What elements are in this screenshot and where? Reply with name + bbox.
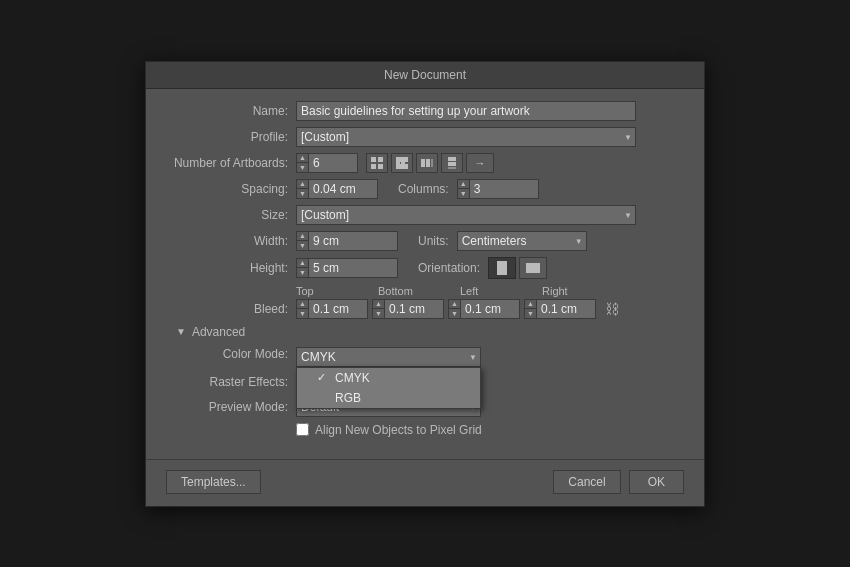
spacing-down-arrow[interactable]: ▼ (297, 189, 308, 198)
svg-rect-0 (371, 157, 376, 162)
height-input[interactable] (308, 258, 398, 278)
height-spinner: ▲ ▼ (296, 258, 398, 278)
rgb-check-icon (317, 392, 329, 404)
spacing-spinner: ▲ ▼ (296, 179, 378, 199)
rgb-label: RGB (335, 391, 361, 405)
size-select[interactable]: [Custom] (296, 205, 636, 225)
landscape-orientation-btn[interactable] (519, 257, 547, 279)
bleed-row: Bleed: ▲ ▼ ▲ ▼ (166, 299, 684, 319)
dialog-body: Name: Profile: [Custom] Number of Artboa… (146, 89, 704, 459)
name-label: Name: (166, 104, 296, 118)
artboards-spinner-arrows[interactable]: ▲ ▼ (296, 153, 308, 173)
colormode-label: Color Mode: (166, 347, 296, 361)
bleed-top-label: Top (296, 285, 378, 297)
pixel-grid-row: Align New Objects to Pixel Grid (296, 423, 684, 437)
svg-rect-11 (421, 159, 425, 167)
footer-right: Cancel OK (553, 470, 684, 494)
columns-up-arrow[interactable]: ▲ (458, 180, 469, 190)
bleed-chain-link-icon[interactable]: ⛓ (604, 299, 620, 319)
bleed-bottom-spinner[interactable]: ▲ ▼ (372, 299, 384, 319)
grid-by-col-icon[interactable] (391, 153, 413, 173)
cmyk-label: CMYK (335, 371, 370, 385)
cancel-button[interactable]: Cancel (553, 470, 620, 494)
svg-rect-14 (448, 157, 456, 161)
colormode-select[interactable]: CMYK (296, 347, 481, 367)
svg-rect-16 (448, 167, 456, 169)
bleed-left-down[interactable]: ▼ (449, 309, 460, 318)
bleed-top-input[interactable] (308, 299, 368, 319)
svg-rect-10 (403, 164, 408, 169)
svg-rect-1 (378, 157, 383, 162)
artboards-input[interactable] (308, 153, 358, 173)
artboards-label: Number of Artboards: (166, 156, 296, 170)
name-input[interactable] (296, 101, 636, 121)
colormode-option-cmyk[interactable]: ✓ CMYK (297, 368, 480, 388)
profile-select[interactable]: [Custom] (296, 127, 636, 147)
columns-label: Columns: (398, 182, 449, 196)
bleed-label: Bleed: (166, 302, 296, 316)
width-up-arrow[interactable]: ▲ (297, 232, 308, 242)
bleed-right-up[interactable]: ▲ (525, 300, 536, 310)
bleed-top-group: ▲ ▼ (296, 299, 368, 319)
pixel-grid-label: Align New Objects to Pixel Grid (315, 423, 482, 437)
ok-button[interactable]: OK (629, 470, 684, 494)
move-right-icon[interactable]: → (466, 153, 494, 173)
svg-rect-2 (371, 164, 376, 169)
width-spinner-arrows[interactable]: ▲ ▼ (296, 231, 308, 251)
arrange-left-right-icon[interactable] (416, 153, 438, 173)
artboards-up-arrow[interactable]: ▲ (297, 154, 308, 164)
advanced-toggle[interactable]: ▼ Advanced (166, 325, 684, 339)
width-input[interactable] (308, 231, 398, 251)
svg-rect-15 (448, 162, 456, 166)
columns-input[interactable] (469, 179, 539, 199)
templates-button[interactable]: Templates... (166, 470, 261, 494)
advanced-section: ▼ Advanced Color Mode: CMYK ✓ CMYK (166, 325, 684, 437)
grid-layout-icon[interactable] (366, 153, 388, 173)
height-spinner-arrows[interactable]: ▲ ▼ (296, 258, 308, 278)
height-down-arrow[interactable]: ▼ (297, 268, 308, 277)
spacing-up-arrow[interactable]: ▲ (297, 180, 308, 190)
bleed-bottom-down[interactable]: ▼ (373, 309, 384, 318)
colormode-option-rgb[interactable]: RGB (297, 388, 480, 408)
bleed-right-spinner[interactable]: ▲ ▼ (524, 299, 536, 319)
spacing-input[interactable] (308, 179, 378, 199)
width-row: Width: ▲ ▼ Units: Centimeters (166, 231, 684, 251)
spacing-label: Spacing: (166, 182, 296, 196)
bleed-right-input[interactable] (536, 299, 596, 319)
advanced-triangle-icon: ▼ (176, 326, 186, 337)
columns-spinner: ▲ ▼ (457, 179, 539, 199)
previewmode-label: Preview Mode: (166, 400, 296, 414)
svg-rect-9 (396, 164, 401, 169)
columns-spinner-arrows[interactable]: ▲ ▼ (457, 179, 469, 199)
width-label: Width: (166, 234, 296, 248)
bleed-top-spinner[interactable]: ▲ ▼ (296, 299, 308, 319)
bleed-fields: ▲ ▼ ▲ ▼ ▲ ▼ (296, 299, 620, 319)
profile-select-wrap: [Custom] (296, 127, 636, 147)
dialog-footer: Templates... Cancel OK (146, 459, 704, 506)
spacing-spinner-arrows[interactable]: ▲ ▼ (296, 179, 308, 199)
svg-rect-18 (526, 263, 540, 273)
portrait-orientation-btn[interactable] (488, 257, 516, 279)
artboards-row: Number of Artboards: ▲ ▼ (166, 153, 684, 173)
width-spinner: ▲ ▼ (296, 231, 398, 251)
bleed-bottom-up[interactable]: ▲ (373, 300, 384, 310)
bleed-left-input[interactable] (460, 299, 520, 319)
bleed-left-up[interactable]: ▲ (449, 300, 460, 310)
bleed-left-spinner[interactable]: ▲ ▼ (448, 299, 460, 319)
svg-rect-13 (431, 159, 433, 167)
units-select[interactable]: Centimeters (457, 231, 587, 251)
bleed-right-down[interactable]: ▼ (525, 309, 536, 318)
artboards-down-arrow[interactable]: ▼ (297, 163, 308, 172)
pixel-grid-checkbox[interactable] (296, 423, 309, 436)
columns-down-arrow[interactable]: ▼ (458, 189, 469, 198)
cmyk-check-icon: ✓ (317, 371, 329, 384)
height-row: Height: ▲ ▼ Orientation: (166, 257, 684, 279)
svg-rect-12 (426, 159, 430, 167)
bleed-bottom-input[interactable] (384, 299, 444, 319)
arrange-top-bottom-icon[interactable] (441, 153, 463, 173)
bleed-top-down[interactable]: ▼ (297, 309, 308, 318)
bleed-top-up[interactable]: ▲ (297, 300, 308, 310)
spacing-row: Spacing: ▲ ▼ Columns: ▲ ▼ (166, 179, 684, 199)
height-up-arrow[interactable]: ▲ (297, 259, 308, 269)
width-down-arrow[interactable]: ▼ (297, 241, 308, 250)
